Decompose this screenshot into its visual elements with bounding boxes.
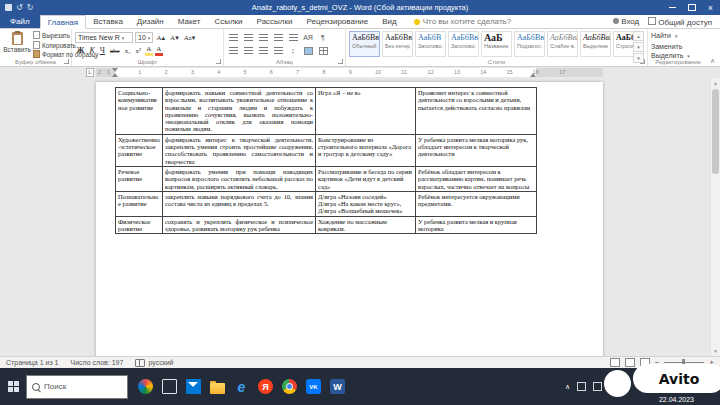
table-cell[interactable]: формировать умения при помощи наводящих … xyxy=(163,166,316,191)
table-cell[interactable]: Игра «Я – не я» xyxy=(316,88,416,135)
gallery-up-icon[interactable]: ▴ xyxy=(633,31,644,41)
explorer-icon[interactable] xyxy=(210,383,225,394)
table-cell[interactable]: закреплять навыки порядкового счета до 1… xyxy=(163,191,316,216)
find-button[interactable]: Найти ▾ xyxy=(651,31,705,42)
minimize-button[interactable] xyxy=(663,0,682,15)
table-cell[interactable]: У ребенка развита мелкая и крупная мотор… xyxy=(416,216,537,234)
table-cell[interactable]: Речевое развитие xyxy=(116,166,163,191)
cut-button[interactable]: Вырезать xyxy=(33,31,68,41)
share-button[interactable]: Общий доступ xyxy=(648,17,712,27)
taskbar-search-input[interactable]: Поиск xyxy=(26,375,128,399)
vk-icon[interactable]: VK xyxy=(306,379,321,394)
clipboard-dialog-launcher-icon[interactable] xyxy=(64,59,69,64)
zoom-slider[interactable] xyxy=(664,362,704,363)
scrollbar-thumb[interactable] xyxy=(712,89,719,174)
font-color-button[interactable]: А xyxy=(155,45,163,56)
scroll-down-icon[interactable]: ▼ xyxy=(711,346,720,356)
table-cell[interactable]: Физическое развитие xyxy=(116,216,163,234)
align-right-button[interactable] xyxy=(257,45,269,56)
right-indent-marker[interactable] xyxy=(530,73,536,77)
numbered-list-button[interactable] xyxy=(242,32,254,43)
shading-button[interactable] xyxy=(302,45,314,56)
tab-Дизайн[interactable]: Дизайн xyxy=(130,15,171,28)
table-cell[interactable]: формировать навыки совместной деятельнос… xyxy=(163,88,316,135)
people-icon[interactable] xyxy=(138,379,153,394)
paragraph-dialog-launcher-icon[interactable] xyxy=(338,59,343,64)
task-view-icon[interactable] xyxy=(162,379,177,394)
print-layout-button[interactable] xyxy=(625,358,635,367)
style-item[interactable]: АаБбВвГгОбычный xyxy=(349,31,380,57)
style-item[interactable]: АаБбВЗаголово... xyxy=(415,31,446,57)
style-item[interactable]: АаБНазвание xyxy=(481,31,512,57)
tab-Макет[interactable]: Макет xyxy=(171,15,208,28)
table-cell[interactable]: сохранять и укреплять физическое и психи… xyxy=(163,216,316,234)
table-cell[interactable]: Ребёнок интересуется окружающими предмет… xyxy=(416,191,537,216)
word-count[interactable]: Число слов: 197 xyxy=(70,359,123,366)
grow-font-button[interactable]: А▴ xyxy=(155,34,167,42)
tab-Вид[interactable]: Вид xyxy=(375,15,403,28)
underline-button[interactable]: Ч xyxy=(98,46,106,55)
font-family-select[interactable]: Times New R▾ xyxy=(75,32,133,43)
subscript-button[interactable]: x₂ xyxy=(123,47,132,55)
tab-Файл[interactable]: Файл xyxy=(0,15,40,28)
italic-button[interactable]: К xyxy=(88,46,96,55)
table-cell[interactable]: Хождение по массажным коврикам. xyxy=(316,216,416,234)
style-item[interactable]: АаБбВвГгБез интер... xyxy=(382,31,413,57)
yandex-icon[interactable]: Я xyxy=(258,379,273,394)
borders-button[interactable] xyxy=(317,45,329,56)
volume-icon[interactable] xyxy=(593,382,602,391)
hanging-indent-marker[interactable] xyxy=(112,73,118,77)
undo-icon[interactable]: ↺ xyxy=(16,3,23,12)
tab-Рассылки[interactable]: Рассылки xyxy=(250,15,300,28)
replace-button[interactable]: Заменить xyxy=(651,42,705,52)
highlight-color-button[interactable]: А xyxy=(145,45,153,56)
multilevel-list-button[interactable] xyxy=(257,32,269,43)
style-item[interactable]: АаБбВвГгВыделение xyxy=(580,31,611,57)
decrease-indent-button[interactable] xyxy=(272,32,284,43)
table-cell[interactable]: Проявляет интерес к совместной деятельно… xyxy=(416,88,537,135)
table-cell[interactable]: Познавательное развитие xyxy=(116,191,163,216)
bullet-list-button[interactable] xyxy=(227,32,239,43)
table-cell[interactable]: Д/игра «Назови соседей» Д/игра «На каком… xyxy=(316,191,416,216)
increase-indent-button[interactable] xyxy=(287,32,299,43)
style-item[interactable]: АаБбВвГЗаголово... xyxy=(448,31,479,57)
bold-button[interactable]: Ж xyxy=(75,46,86,55)
style-item[interactable]: АаБбВвГПодзагол... xyxy=(514,31,545,57)
table-cell[interactable]: Рассматривание и беседа по серии картино… xyxy=(316,166,416,191)
table-cell[interactable]: Социально-коммуникативное развитие xyxy=(116,88,163,135)
gallery-down-icon[interactable]: ▾ xyxy=(633,42,644,52)
collapse-ribbon-icon[interactable]: ∧ xyxy=(710,57,715,65)
justify-button[interactable] xyxy=(272,45,284,56)
page-indicator[interactable]: Страница 1 из 1 xyxy=(6,359,58,366)
restore-button[interactable] xyxy=(682,0,701,15)
table-cell[interactable]: формировать интерес к творческой деятель… xyxy=(163,134,316,166)
language-indicator[interactable]: русский xyxy=(135,359,173,367)
align-center-button[interactable] xyxy=(242,45,254,56)
strikethrough-button[interactable]: abc xyxy=(108,47,121,55)
paste-button[interactable]: Вставить xyxy=(3,31,31,53)
shrink-font-button[interactable]: А▾ xyxy=(169,34,181,42)
table-cell[interactable]: Конструирование из строительного материа… xyxy=(316,134,416,166)
tab-Ссылки[interactable]: Ссылки xyxy=(207,15,249,28)
hidden-icons-icon[interactable]: ∧ xyxy=(565,383,570,391)
superscript-button[interactable]: x² xyxy=(134,47,143,55)
styles-dialog-launcher-icon[interactable] xyxy=(640,59,645,64)
chrome-icon[interactable] xyxy=(282,379,297,394)
change-case-button[interactable]: Аа▾ xyxy=(182,34,197,42)
tab-selector[interactable]: L xyxy=(86,68,94,77)
start-button[interactable] xyxy=(0,368,26,405)
align-left-button[interactable] xyxy=(227,45,239,56)
table-cell[interactable]: У ребенка развита мелкая моторика рук, о… xyxy=(416,134,537,166)
scroll-up-icon[interactable]: ▲ xyxy=(711,78,720,88)
font-size-select[interactable]: 10▾ xyxy=(135,32,153,43)
word-icon[interactable]: W xyxy=(330,379,345,394)
copy-button[interactable]: Копировать xyxy=(33,41,68,51)
font-dialog-launcher-icon[interactable] xyxy=(216,59,221,64)
edge-icon[interactable]: e xyxy=(234,379,249,394)
close-button[interactable]: × xyxy=(701,0,720,15)
mail-icon[interactable] xyxy=(186,379,201,394)
tab-Главная[interactable]: Главная xyxy=(40,15,86,29)
tray-date[interactable]: 22.04.2023 xyxy=(659,396,694,403)
line-spacing-button[interactable]: ↕ xyxy=(287,45,299,56)
save-icon[interactable] xyxy=(5,4,12,11)
